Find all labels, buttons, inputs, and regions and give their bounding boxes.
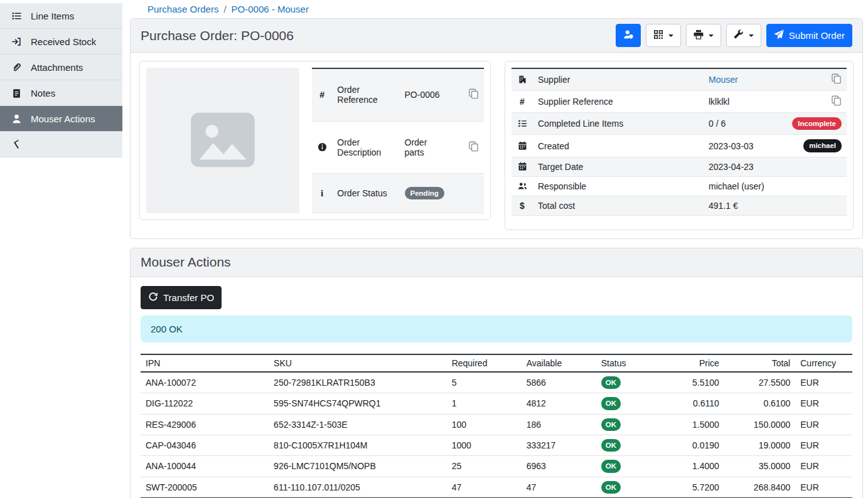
cell-currency: EUR [795, 414, 852, 435]
caret-down-icon [709, 34, 714, 37]
cell-required: 47 [447, 477, 522, 498]
cell-available: 6963 [522, 456, 596, 477]
detail-row-order-reference: # Order Reference PO-0006 [312, 68, 484, 121]
breadcrumb-link-current-order[interactable]: PO-0006 - Mouser [232, 4, 309, 14]
order-actions-button[interactable] [726, 24, 761, 47]
admin-button[interactable] [616, 24, 641, 47]
cell-required: 5 [447, 372, 522, 393]
detail-row-responsible: Responsible michael (user) [512, 176, 847, 196]
order-details: # Order Reference PO-0006 Order Descript… [131, 53, 862, 238]
submit-order-button[interactable]: Submit Order [766, 24, 852, 47]
user-shield-icon [623, 29, 633, 41]
cell-required: 25 [447, 456, 522, 477]
breadcrumb-link-purchase-orders[interactable]: Purchase Orders [147, 4, 218, 14]
detail-value: PO-0006 [400, 68, 449, 121]
column-header-price: Price [656, 354, 724, 372]
list-icon [11, 11, 22, 21]
list-check-icon [518, 119, 527, 129]
status-badge: OK [601, 481, 621, 494]
cell-total: 150.0000 [724, 414, 795, 435]
hash-icon: # [319, 90, 324, 100]
cell-currency: EUR [795, 372, 852, 393]
print-actions-button[interactable] [686, 24, 721, 47]
status-badge: OK [601, 439, 621, 452]
caret-down-icon [749, 34, 754, 37]
purchase-order-panel: Purchase Order: PO-0006 [130, 18, 863, 239]
detail-value: 2023-04-23 [704, 157, 787, 176]
sidebar-item-notes[interactable]: Notes [0, 80, 122, 106]
sidebar-item-line-items[interactable]: Line Items [0, 3, 122, 29]
mouser-actions-title: Mouser Actions [141, 255, 231, 270]
paper-plane-icon [774, 29, 784, 41]
status-badge: OK [601, 376, 621, 389]
barcode-actions-button[interactable] [646, 24, 681, 47]
column-header-ipn: IPN [141, 354, 269, 372]
column-header-total: Total [724, 354, 795, 372]
caret-down-icon [668, 34, 673, 37]
cell-price: 0.0190 [656, 435, 724, 455]
transfer-po-button[interactable]: Transfer PO [141, 286, 222, 309]
sidebar-item-mouser-actions[interactable]: Mouser Actions [0, 106, 122, 132]
qrcode-icon [653, 29, 663, 41]
sidebar-item-label: Attachments [31, 62, 83, 73]
cell-sku: 611-110.107.011/0205 [269, 477, 447, 498]
detail-label: Supplier Reference [533, 91, 704, 113]
sidebar: Line Items Received Stock Attachments No… [0, 0, 122, 498]
detail-label: Completed Line Items [533, 113, 704, 135]
purchase-order-panel-header: Purchase Order: PO-0006 [131, 19, 862, 53]
detail-label: Order Description [332, 121, 399, 173]
detail-label: Responsible [533, 176, 704, 196]
chevron-left-icon [11, 139, 22, 150]
cell-ipn: SWT-200005 [141, 477, 269, 498]
cell-ipn: ANA-100072 [141, 372, 269, 393]
cell-total: 27.5500 [724, 372, 795, 393]
detail-value: 0 / 6 [704, 113, 787, 135]
sidebar-item-label: Received Stock [31, 36, 96, 47]
cell-price: 1.4000 [656, 456, 724, 477]
cell-available: 186 [522, 414, 596, 435]
detail-label: Supplier [533, 68, 704, 91]
cell-ipn: CAP-043046 [141, 435, 269, 455]
submit-order-label: Submit Order [789, 30, 845, 41]
image-placeholder-icon [185, 102, 261, 180]
calendar-icon [518, 141, 527, 151]
copy-button[interactable] [468, 144, 479, 154]
cell-sku: 926-LMC7101QM5/NOPB [269, 456, 447, 477]
cell-currency: EUR [795, 456, 852, 477]
sidebar-item-attachments[interactable]: Attachments [0, 55, 122, 80]
column-header-status: Status [596, 354, 656, 372]
sidebar-collapse-button[interactable] [0, 132, 122, 157]
supplier-link[interactable]: Mouser [709, 75, 738, 85]
detail-row-order-description: Order Description Order parts [312, 121, 484, 173]
cell-available: 4812 [522, 393, 596, 414]
refresh-icon [148, 292, 158, 304]
cell-total: 19.0000 [724, 435, 795, 455]
mouser-actions-panel: Mouser Actions Transfer PO 200 OK IPN SK… [130, 248, 863, 498]
cell-required: 1000 [447, 435, 522, 455]
cell-total: 35.0000 [724, 456, 795, 477]
detail-row-target-date: Target Date 2023-04-23 [512, 157, 847, 176]
hash-icon: # [520, 97, 525, 107]
calendar-icon [518, 162, 527, 172]
order-toolbar: Submit Order [616, 24, 852, 47]
sidebar-item-received-stock[interactable]: Received Stock [0, 29, 122, 55]
table-row: DIG-112022 595-SN74HCS74QPWRQ1 1 4812 OK… [141, 393, 852, 414]
cell-required: 1 [447, 393, 522, 414]
table-row: SWT-200005 611-110.107.011/0205 47 47 OK… [141, 477, 852, 498]
copy-button[interactable] [468, 91, 479, 101]
app: Line Items Received Stock Attachments No… [0, 0, 868, 498]
wrench-icon [734, 29, 744, 41]
copy-button[interactable] [831, 98, 842, 108]
copy-button[interactable] [831, 76, 842, 86]
order-info-card: Supplier Mouser # Supplier Reference lkl… [505, 61, 854, 230]
detail-label: Created [533, 135, 704, 157]
order-summary-table: # Order Reference PO-0006 Order Descript… [312, 68, 484, 213]
detail-value: 2023-03-03 [704, 135, 787, 157]
detail-row-order-status: i Order Status Pending [312, 174, 484, 213]
order-image-placeholder[interactable] [146, 68, 299, 213]
cell-ipn: DIG-112022 [141, 393, 269, 414]
detail-value: michael (user) [704, 176, 787, 196]
cell-price: 1.5000 [656, 414, 724, 435]
detail-label: Total cost [533, 196, 704, 215]
cell-sku: 810-C1005X7R1H104M [269, 435, 447, 455]
